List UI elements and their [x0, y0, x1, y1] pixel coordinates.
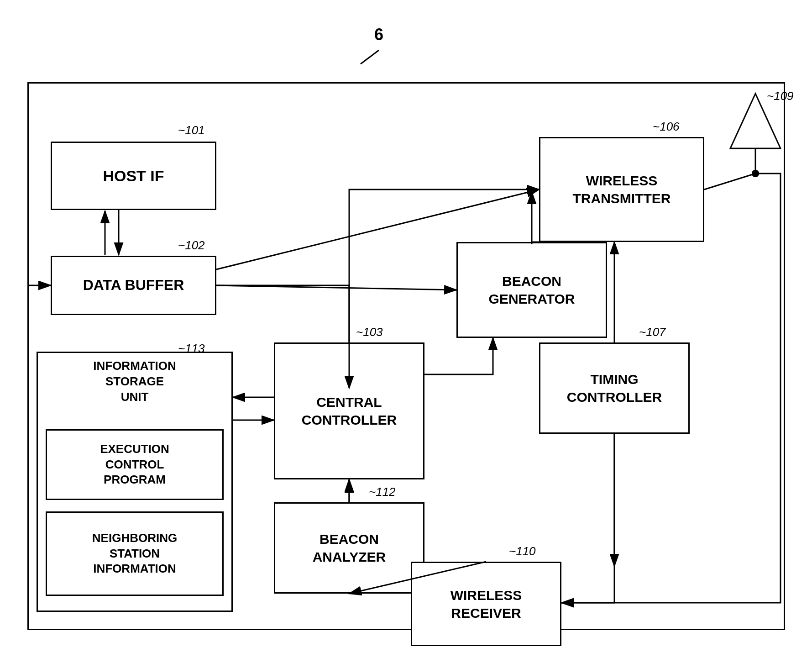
host-if-block: HOST IF [51, 142, 216, 210]
ref-110: ~110 [509, 544, 536, 558]
ref-106: ~106 [653, 120, 680, 134]
beacon-analyzer-block: BEACONANALYZER [274, 502, 424, 594]
data-buffer-block: DATA BUFFER [51, 256, 216, 315]
wireless-transmitter-block: WIRELESSTRANSMITTER [539, 137, 704, 242]
ref-113: ~113 [178, 342, 205, 356]
ref-112: ~112 [369, 485, 396, 499]
ref-107: ~107 [639, 325, 666, 339]
ref-109: ~109 [767, 89, 794, 103]
timing-controller-block: TIMINGCONTROLLER [539, 342, 690, 434]
ref-103: ~103 [356, 325, 383, 339]
central-controller-block: CENTRALCONTROLLER [274, 342, 424, 479]
ref-6: 6 [374, 25, 383, 44]
svg-line-0 [361, 50, 379, 64]
svg-point-3 [752, 170, 759, 177]
diagram: 6 HOST IF ~101 DATA BUFFER ~102 INFORMAT… [0, 0, 812, 658]
execution-control-block: EXECUTIONCONTROLPROGRAM [46, 429, 224, 500]
neighboring-station-block: NEIGHBORINGSTATIONINFORMATION [46, 511, 224, 596]
ref-102: ~102 [178, 238, 205, 253]
wireless-receiver-block: WIRELESSRECEIVER [411, 562, 561, 646]
beacon-generator-block: BEACONGENERATOR [456, 242, 607, 338]
ref-101: ~101 [178, 123, 205, 137]
info-storage-label: INFORMATIONSTORAGEUNIT [41, 358, 228, 405]
